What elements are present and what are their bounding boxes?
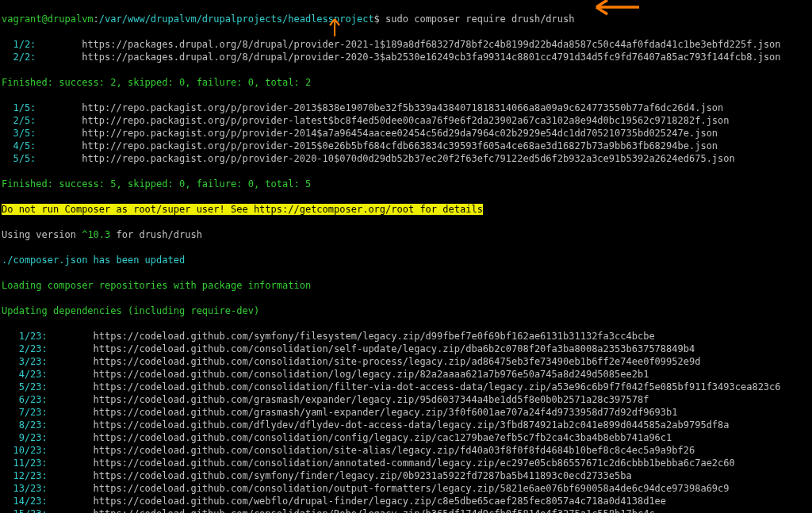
line-counter: 1/2: [2, 39, 36, 50]
line-url: https://codeload.github.com/consolidatio… [94, 432, 672, 443]
line-counter: 2/5: [2, 115, 36, 126]
loading-repos: Loading composer repositories with packa… [2, 279, 810, 292]
line-counter: 2/2: [2, 52, 36, 63]
line-url: https://codeload.github.com/consolidatio… [94, 356, 701, 367]
line-counter: 11/23: [2, 457, 48, 469]
line-url: https://codeload.github.com/consolidatio… [94, 381, 781, 392]
line-url: https://packages.drupal.org/8/drupal/pro… [82, 52, 780, 63]
downloads-block: 1/23: https://codeload.github.com/symfon… [2, 330, 810, 513]
line-counter: 3/5: [2, 128, 36, 139]
line-url: https://codeload.github.com/consolidatio… [94, 369, 649, 380]
download-line: 14/23: https://codeload.github.com/webfl… [2, 495, 810, 507]
updating-deps: Updating dependencies (including require… [2, 304, 810, 317]
line-url: https://codeload.github.com/consolidatio… [94, 445, 695, 456]
line-counter: 10/23: [2, 445, 48, 456]
line-counter: 3/23: [2, 356, 48, 367]
line-counter: 13/23: [2, 483, 48, 494]
prompt-command: sudo composer require drush/drush [385, 13, 574, 25]
download-line: 5/5: http://repo.packagist.org/p/provide… [2, 152, 810, 165]
using-version-line: Using version ^10.3 for drush/drush [2, 228, 810, 241]
prompt-user: vagrant@drupalvm [2, 13, 94, 25]
download-line: 4/23: https://codeload.github.com/consol… [2, 368, 810, 381]
download-line: 13/23: https://codeload.github.com/conso… [2, 482, 810, 495]
line-counter: 1/23: [2, 331, 48, 342]
line-url: http://repo.packagist.org/p/provider-202… [82, 153, 735, 164]
download-line: 4/5: http://repo.packagist.org/p/provide… [2, 140, 810, 152]
download-line: 8/23: https://codeload.github.com/dflyde… [2, 419, 810, 431]
line-url: http://repo.packagist.org/p/provider-201… [82, 140, 718, 151]
download-line: 6/23: https://codeload.github.com/grasma… [2, 393, 810, 406]
download-line: 1/5: http://repo.packagist.org/p/provide… [2, 101, 810, 114]
line-url: http://repo.packagist.org/p/provider-201… [82, 128, 718, 139]
line-url: https://codeload.github.com/symfony/file… [94, 331, 655, 342]
line-url: https://packages.drupal.org/8/drupal/pro… [82, 39, 780, 50]
line-counter: 5/5: [2, 153, 36, 164]
line-counter: 2/23: [2, 343, 48, 354]
download-line: 9/23: https://codeload.github.com/consol… [2, 431, 810, 444]
stage1-block: 1/2: https://packages.drupal.org/8/drupa… [2, 38, 810, 63]
line-url: https://codeload.github.com/dflydev/dfly… [94, 419, 730, 431]
line-counter: 15/23: [2, 508, 48, 513]
download-line: 11/23: https://codeload.github.com/conso… [2, 457, 810, 469]
download-line: 5/23: https://codeload.github.com/consol… [2, 381, 810, 393]
line-url: http://repo.packagist.org/p/provider-lat… [82, 115, 729, 126]
line-counter: 1/5: [2, 102, 36, 113]
line-url: http://repo.packagist.org/p/provider-201… [82, 102, 723, 113]
line-counter: 14/23: [2, 496, 48, 507]
download-line: 2/2: https://packages.drupal.org/8/drupa… [2, 51, 810, 63]
download-line: 2/5: http://repo.packagist.org/p/provide… [2, 114, 810, 127]
download-line: 3/23: https://codeload.github.com/consol… [2, 355, 810, 368]
root-warning: Do not run Composer as root/super user! … [2, 203, 810, 216]
stage2-finish: Finished: success: 5, skipped: 0, failur… [2, 178, 810, 190]
line-counter: 8/23: [2, 419, 48, 431]
download-line: 10/23: https://codeload.github.com/conso… [2, 444, 810, 457]
line-counter: 6/23: [2, 394, 48, 405]
download-line: 2/23: https://codeload.github.com/consol… [2, 343, 810, 355]
line-url: https://codeload.github.com/symfony/find… [94, 470, 632, 481]
line-counter: 4/23: [2, 369, 48, 380]
line-counter: 12/23: [2, 470, 48, 481]
composer-json-updated: ./composer.json has been updated [2, 254, 810, 266]
prompt-path: /var/www/drupalvm/drupalprojects/headles… [99, 13, 374, 25]
line-url: https://codeload.github.com/grasmash/yam… [94, 407, 678, 418]
download-line: 1/23: https://codeload.github.com/symfon… [2, 330, 810, 343]
prompt-line: vagrant@drupalvm:/var/www/drupalvm/drupa… [2, 13, 810, 25]
download-line: 12/23: https://codeload.github.com/symfo… [2, 469, 810, 482]
line-url: https://codeload.github.com/consolidatio… [94, 483, 730, 494]
line-url: https://codeload.github.com/consolidatio… [94, 508, 655, 513]
line-url: https://codeload.github.com/webflo/drupa… [94, 496, 666, 507]
download-line: 3/5: http://repo.packagist.org/p/provide… [2, 127, 810, 140]
line-counter: 9/23: [2, 432, 48, 443]
line-url: https://codeload.github.com/consolidatio… [94, 343, 695, 354]
download-line: 1/2: https://packages.drupal.org/8/drupa… [2, 38, 810, 51]
line-url: https://codeload.github.com/consolidatio… [94, 457, 735, 469]
line-counter: 7/23: [2, 407, 48, 418]
stage2-block: 1/5: http://repo.packagist.org/p/provide… [2, 101, 810, 165]
stage1-finish: Finished: success: 2, skipped: 0, failur… [2, 76, 810, 89]
line-url: https://codeload.github.com/grasmash/exp… [94, 394, 649, 405]
download-line: 15/23: https://codeload.github.com/conso… [2, 507, 810, 513]
root-warning-text: Do not run Composer as root/super user! … [2, 204, 483, 215]
line-counter: 4/5: [2, 140, 36, 151]
terminal-output: vagrant@drupalvm:/var/www/drupalvm/drupa… [0, 0, 812, 513]
line-counter: 5/23: [2, 381, 48, 392]
download-line: 7/23: https://codeload.github.com/grasma… [2, 406, 810, 419]
